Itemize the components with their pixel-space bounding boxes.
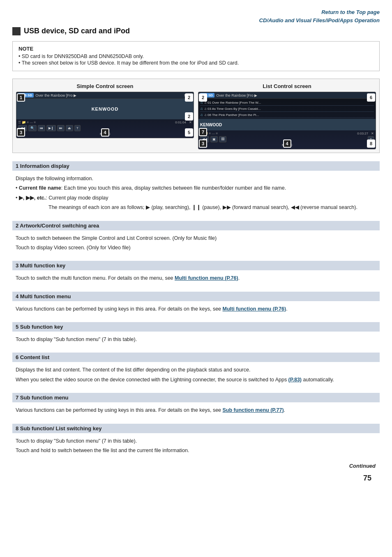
section-content-3: Touch to switch the multi function menu.…	[12, 273, 380, 287]
list-close-icon: ✕	[371, 132, 374, 135]
section-header-7: 7 Sub function menu	[12, 393, 380, 402]
simple-skipback-btn[interactable]: ⏮	[38, 125, 45, 131]
section-paragraph: Touch to display "Sub function menu" (7 …	[16, 437, 376, 445]
section-content-4: Various functions can be performed by us…	[12, 304, 380, 318]
badge-2-art-simple: 2	[185, 112, 193, 121]
section-link[interactable]: Multi function menu (P.76)	[223, 306, 286, 312]
list-img-btn[interactable]: 🖼	[219, 136, 226, 142]
badge-7-list: 7	[199, 128, 207, 136]
section-content-5: Touch to display "Sub function menu" (7 …	[12, 334, 380, 348]
simple-t-btn[interactable]: T	[74, 125, 81, 131]
section-header-8: 8 Sub function/ List switching key	[12, 424, 380, 433]
section-header-1: 1 Information display	[12, 161, 380, 171]
list-song-1: ♫ 01 Over the Rainbow [From The W...	[204, 101, 261, 104]
return-top-link[interactable]: Return to the Top page	[12, 8, 380, 16]
simple-ctrl-row1: ☰ 📁 ≡ — ≡ 0:01:04 ✕	[18, 121, 192, 124]
simple-play-btn[interactable]: ▶❙	[46, 125, 56, 131]
title-icon	[12, 27, 21, 35]
section-bullet: • ▶, ▶▶, etc.: Current play mode display	[16, 194, 376, 202]
list-song-2: ♫ 03 As Time Goes By [From Casabl...	[204, 107, 261, 111]
note-list: SD card is for DNN9250DAB and DNN6250DAB…	[18, 53, 374, 66]
section-p-link: Touch to switch the multi function menu.…	[16, 274, 376, 282]
badge-3-list: 3	[199, 139, 207, 148]
section-header-3: 3 Multi function key	[12, 261, 380, 270]
page-title-bar: USB device, SD card and iPod	[12, 27, 380, 35]
page-title: USB device, SD card and iPod	[24, 27, 130, 35]
simple-topbar: USB SD Over the Rainbow [Fro ▶ 17:11	[16, 92, 194, 99]
section-indent: The meanings of each icon are as follows…	[16, 204, 376, 211]
section-header-4: 4 Multi function menu	[12, 292, 380, 301]
section-link[interactable]: Multi function menu (P.76)	[175, 275, 238, 281]
list-control-block: List Control screen 2 6 7 3 4 8 U B SD O…	[198, 83, 376, 149]
list-progress: 0:03:27	[357, 132, 368, 135]
music-icon-2: ♫	[200, 107, 203, 111]
section-link[interactable]: Sub function menu (P.77)	[223, 407, 284, 413]
list-item-1[interactable]: ♫ ♫ 01 Over the Rainbow [From The W...	[200, 100, 374, 106]
page-number: 75	[12, 474, 371, 483]
simple-search-btn[interactable]: 🔍	[28, 125, 37, 131]
top-links: Return to the Top page CD/Audio and Visu…	[12, 8, 380, 24]
list-ctrl-row1: ☰ 📁 ≡ — ≡ 0:03:27 ✕	[200, 132, 374, 135]
list-screen-label: List Control screen	[198, 83, 376, 89]
section-p-link: When you select the video source on the …	[16, 376, 376, 384]
badge-3-simple: 3	[17, 128, 25, 137]
badge-2-list-top: 2	[199, 93, 207, 102]
badge-1-simple: 1	[17, 93, 25, 102]
section-p-link: Various functions can be performed by us…	[16, 406, 376, 414]
simple-progress: 0:01:04	[175, 121, 186, 124]
list-item-2[interactable]: ♫ ♫ 03 As Time Goes By [From Casabl...	[200, 106, 374, 112]
section-bullet: • Current file name: Each time you touch…	[16, 184, 376, 192]
continued-label: Continued	[12, 463, 376, 469]
section-content-7: Various functions can be performed by us…	[12, 405, 380, 419]
section-paragraph: Touch to display Video screen. (Only for…	[16, 244, 376, 252]
badge-2-top-simple: 2	[185, 93, 193, 102]
list-kenwood: KENWOOD	[200, 123, 222, 127]
badge-5-simple: 5	[185, 128, 193, 137]
section-p-link: Various functions can be performed by us…	[16, 305, 376, 313]
simple-screen-wrapper: 1 2 7 2 3 4 5 USB SD Over the Rainbow [F…	[16, 92, 194, 138]
music-icon-3: ♫	[200, 113, 203, 117]
section-paragraph: Touch and hold to switch between the fil…	[16, 447, 376, 455]
badge-8-list: 8	[367, 139, 375, 148]
sections-container: 1 Information displayDisplays the follow…	[12, 161, 380, 460]
section-paragraph: Displays the list and content. The conte…	[16, 366, 376, 374]
list-item-3[interactable]: ♫ ♫ 06 The Pink Panther [From the Pi...	[200, 112, 374, 118]
list-mid-btn[interactable]: ▣	[210, 136, 218, 142]
section-header-2: 2 Artwork/Control switching area	[12, 221, 380, 230]
simple-song: Over the Rainbow [Fro ▶	[35, 93, 184, 97]
section-content-2: Touch to switch between the Simple Contr…	[12, 233, 380, 257]
simple-screen-label: Simple Control screen	[16, 83, 194, 89]
note-item-2: The screen shot below is for USB device.…	[18, 60, 374, 66]
section-content-6: Displays the list and content. The conte…	[12, 364, 380, 389]
badge-6-list: 6	[367, 93, 375, 102]
list-song-3: ♫ 06 The Pink Panther [From the Pi...	[204, 113, 259, 117]
screens-diagram: Simple Control screen 1 2 7 2 3 4 5 USB …	[12, 79, 380, 153]
simple-eject-btn[interactable]: ⏏	[66, 125, 73, 131]
note-item-1: SD card is for DNN9250DAB and DNN6250DAB…	[18, 53, 374, 59]
section-paragraph: Touch to switch between the Simple Contr…	[16, 234, 376, 242]
list-artwork-row: KENWOOD	[198, 119, 376, 130]
list-song: Over the Rainbow [Fro ▶	[216, 93, 374, 97]
badge-4-list: 4	[283, 139, 291, 148]
simple-skipfwd-btn[interactable]: ⏭	[57, 125, 65, 131]
section-link[interactable]: CD/Audio and Visual Files/iPod/Apps Oper…	[12, 16, 380, 25]
section-content-1: Displays the following information.• Cur…	[12, 173, 380, 217]
section-paragraph: Displays the following information.	[16, 175, 376, 183]
list-song-list: ♫ ♫ 01 Over the Rainbow [From The W... ♫…	[198, 99, 376, 119]
note-title: NOTE	[18, 46, 374, 52]
list-topbar: U B SD Over the Rainbow [Fro ▶	[198, 92, 376, 99]
section-header-5: 5 Sub function key	[12, 322, 380, 332]
section-paragraph: Touch to display "Sub function menu" (7 …	[16, 336, 376, 343]
simple-control-block: Simple Control screen 1 2 7 2 3 4 5 USB …	[16, 83, 194, 149]
simple-icons-row: ☰ 📁 ≡ — ≡	[18, 121, 36, 124]
badge-4-simple: 4	[101, 128, 109, 137]
simple-artwork: KENWOOD	[16, 99, 194, 119]
section-link[interactable]: (P.83)	[288, 377, 302, 383]
list-screen-wrapper: 2 6 7 3 4 8 U B SD Over the Rainbow [Fro…	[198, 92, 376, 149]
section-content-8: Touch to display "Sub function menu" (7 …	[12, 436, 380, 460]
note-box: NOTE SD card is for DNN9250DAB and DNN62…	[12, 41, 380, 71]
simple-close-icon: ✕	[189, 121, 192, 124]
section-header-6: 6 Content list	[12, 353, 380, 362]
